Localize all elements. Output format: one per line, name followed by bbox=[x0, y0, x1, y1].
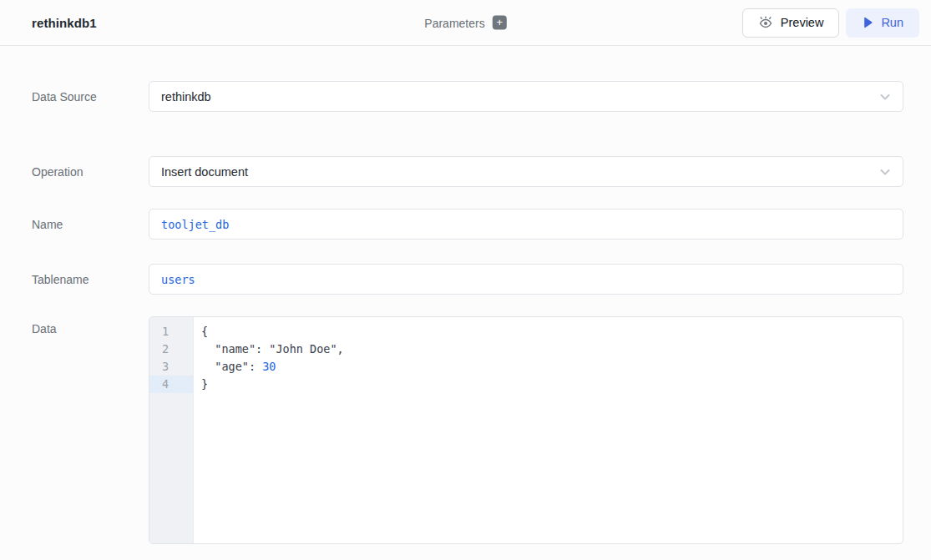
run-button-label: Run bbox=[881, 16, 903, 29]
play-icon bbox=[862, 17, 873, 28]
add-parameter-button[interactable]: + bbox=[493, 16, 507, 30]
tablename-label: Tablename bbox=[32, 273, 149, 286]
code-line: "age": 30 bbox=[201, 358, 903, 376]
data-source-select[interactable]: rethinkdb bbox=[149, 81, 903, 112]
data-row: Data 1 2 3 4 { "name": "John Doe", "age"… bbox=[32, 316, 903, 544]
parameters-label: Parameters bbox=[424, 16, 484, 29]
header-actions: Preview Run bbox=[742, 8, 919, 38]
name-label: Name bbox=[32, 218, 149, 231]
line-number: 1 bbox=[149, 323, 193, 341]
editor-line-number-gutter: 1 2 3 4 bbox=[149, 317, 194, 543]
preview-button-label: Preview bbox=[781, 16, 824, 29]
tablename-input[interactable]: users bbox=[149, 264, 903, 295]
name-row: Name tooljet_db bbox=[32, 209, 903, 240]
query-title: rethinkdb1 bbox=[32, 16, 97, 30]
operation-row: Operation Insert document bbox=[32, 156, 903, 187]
name-input[interactable]: tooljet_db bbox=[149, 209, 903, 240]
name-input-value: tooljet_db bbox=[161, 218, 229, 231]
chevron-down-icon bbox=[878, 90, 892, 103]
run-button[interactable]: Run bbox=[846, 8, 919, 38]
line-number: 2 bbox=[149, 341, 193, 358]
query-form: Data Source rethinkdb Operation Insert d… bbox=[0, 46, 931, 544]
data-source-label: Data Source bbox=[32, 90, 149, 103]
line-number: 3 bbox=[149, 358, 193, 376]
data-code-editor: 1 2 3 4 { "name": "John Doe", "age": 30 … bbox=[149, 316, 903, 544]
data-source-row: Data Source rethinkdb bbox=[32, 81, 903, 112]
code-line: { bbox=[201, 323, 903, 341]
tablename-row: Tablename users bbox=[32, 264, 903, 295]
data-source-value: rethinkdb bbox=[161, 90, 211, 103]
query-editor-header: rethinkdb1 Parameters + Preview bbox=[0, 0, 931, 46]
plus-icon: + bbox=[496, 16, 503, 28]
operation-select[interactable]: Insert document bbox=[149, 156, 903, 187]
operation-label: Operation bbox=[32, 165, 149, 179]
code-line: } bbox=[201, 376, 903, 393]
parameters-group: Parameters + bbox=[424, 16, 506, 30]
chevron-down-icon bbox=[878, 165, 892, 179]
code-line: "name": "John Doe", bbox=[201, 341, 903, 358]
operation-value: Insert document bbox=[161, 165, 248, 179]
data-label: Data bbox=[32, 316, 149, 335]
line-number-active: 4 bbox=[149, 376, 193, 393]
preview-button[interactable]: Preview bbox=[742, 8, 840, 38]
editor-code-area[interactable]: { "name": "John Doe", "age": 30 } bbox=[194, 317, 903, 543]
eye-icon bbox=[758, 16, 773, 29]
tablename-input-value: users bbox=[161, 273, 195, 286]
